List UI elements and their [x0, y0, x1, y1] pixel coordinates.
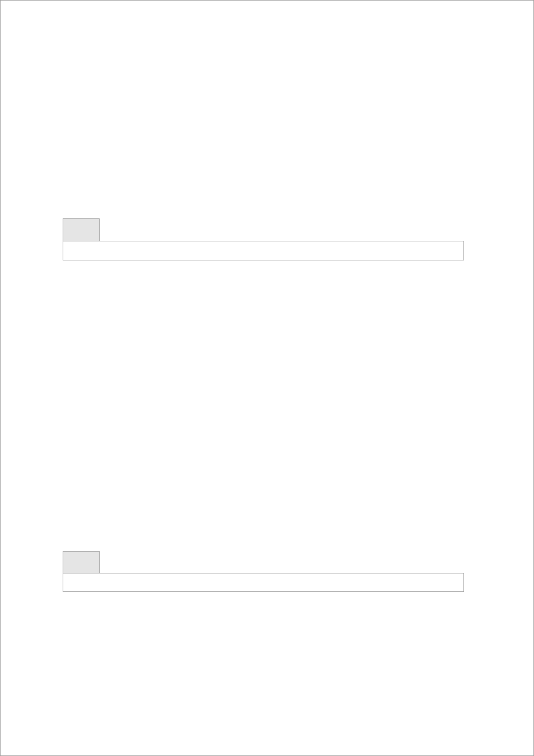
tab-box-lower	[63, 551, 464, 592]
content-bar-upper	[63, 241, 464, 260]
page-container	[0, 0, 534, 756]
tab-upper	[63, 218, 100, 241]
tab-box-upper	[63, 218, 464, 260]
tab-lower	[63, 551, 100, 573]
content-bar-lower	[63, 573, 464, 592]
